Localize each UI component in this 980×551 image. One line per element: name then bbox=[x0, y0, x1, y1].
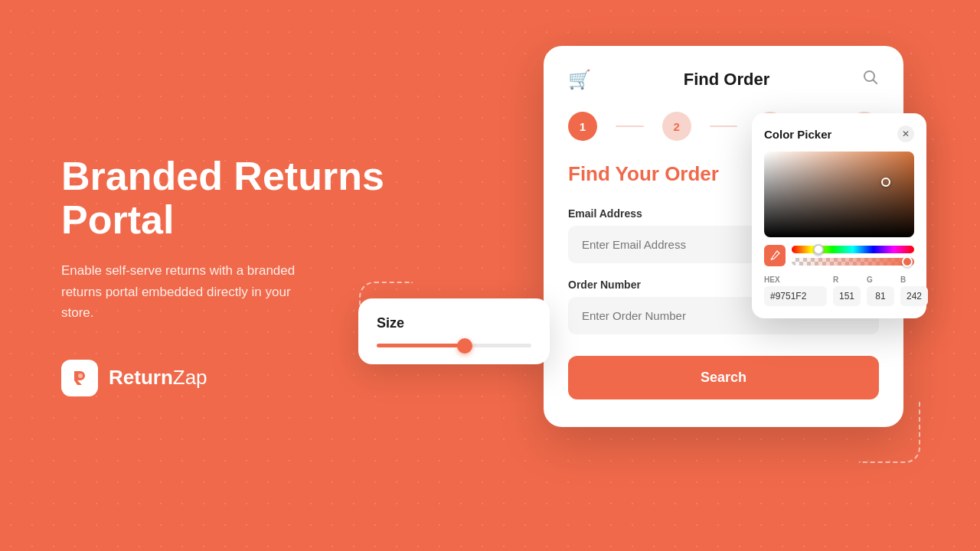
size-card: Size bbox=[358, 298, 550, 364]
color-values: HEX R G B bbox=[764, 276, 914, 306]
brand-logo: ReturnZap bbox=[61, 360, 398, 396]
step-2: 2 bbox=[662, 112, 691, 141]
step-1: 1 bbox=[568, 112, 597, 141]
r-input[interactable] bbox=[833, 286, 861, 306]
b-input[interactable] bbox=[900, 286, 928, 306]
search-icon[interactable] bbox=[862, 69, 879, 90]
color-picker-card: Color Picker ✕ HEX R bbox=[752, 113, 926, 318]
g-input[interactable] bbox=[867, 286, 894, 306]
color-controls bbox=[764, 245, 914, 266]
size-slider-thumb[interactable] bbox=[457, 338, 472, 354]
left-panel: Branded Returns Portal Enable self-serve… bbox=[61, 0, 398, 551]
color-picker-header: Color Picker ✕ bbox=[764, 126, 914, 142]
size-label: Size bbox=[377, 315, 531, 331]
hex-label: HEX bbox=[764, 276, 827, 284]
headline: Branded Returns Portal bbox=[61, 155, 398, 242]
eyedropper-button[interactable] bbox=[764, 245, 786, 266]
b-label: B bbox=[900, 276, 928, 284]
card-header: 🛒 Find Order bbox=[568, 69, 879, 90]
b-group: B bbox=[900, 276, 928, 306]
step-connector-2 bbox=[710, 126, 738, 127]
brand-icon bbox=[61, 360, 98, 396]
hex-group: HEX bbox=[764, 276, 827, 306]
hue-slider[interactable] bbox=[792, 246, 914, 253]
opacity-thumb[interactable] bbox=[902, 256, 913, 267]
spectrum-sliders bbox=[792, 246, 914, 266]
close-button[interactable]: ✕ bbox=[897, 126, 914, 142]
g-label: G bbox=[867, 276, 894, 284]
search-button[interactable]: Search bbox=[568, 356, 879, 399]
brand-name: ReturnZap bbox=[109, 366, 207, 390]
opacity-slider[interactable] bbox=[792, 258, 914, 266]
r-label: R bbox=[833, 276, 861, 284]
hue-thumb[interactable] bbox=[813, 244, 824, 255]
picker-dot[interactable] bbox=[881, 178, 890, 187]
svg-point-2 bbox=[771, 259, 773, 260]
cart-icon: 🛒 bbox=[568, 69, 591, 90]
hex-input[interactable] bbox=[764, 286, 827, 306]
color-picker-title: Color Picker bbox=[764, 128, 831, 141]
step-connector-1 bbox=[616, 126, 644, 127]
color-gradient-canvas[interactable] bbox=[764, 152, 914, 237]
card-title: Find Order bbox=[684, 70, 769, 90]
size-slider-track[interactable] bbox=[377, 344, 531, 347]
svg-point-0 bbox=[78, 373, 83, 378]
g-group: G bbox=[867, 276, 894, 306]
r-group: R bbox=[833, 276, 861, 306]
subtext: Enable self-serve returns with a branded… bbox=[61, 260, 314, 323]
